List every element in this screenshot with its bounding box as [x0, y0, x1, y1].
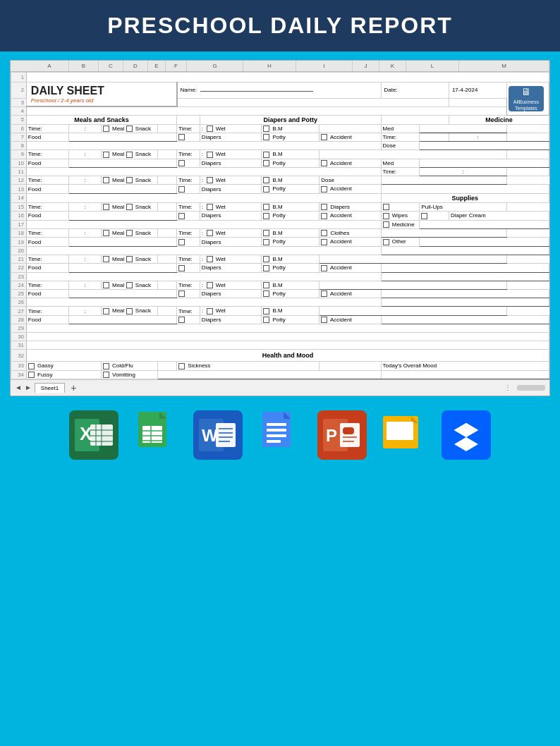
accident-cb[interactable]: [321, 134, 327, 140]
clothes-cb[interactable]: [321, 230, 327, 236]
svg-rect-26: [267, 423, 286, 426]
dropbox-icon[interactable]: [442, 410, 491, 460]
col-m: M: [459, 61, 549, 71]
table-row: 33 Gassy Cold/Flu Sickness Today's Overa…: [11, 362, 549, 370]
diapers-cb7[interactable]: [178, 291, 185, 297]
table-row: 26: [11, 298, 549, 307]
meal-cb4[interactable]: [103, 204, 109, 210]
wet-cb7[interactable]: [207, 282, 213, 288]
accident-cb6[interactable]: [321, 265, 327, 271]
wet-cb5[interactable]: [207, 230, 213, 236]
table-row: 20: [11, 246, 549, 255]
sheet-tab-1[interactable]: Sheet1: [35, 383, 65, 393]
meal-cb6[interactable]: [103, 256, 109, 262]
meal-cb8[interactable]: [103, 308, 109, 314]
wet-cb[interactable]: [207, 126, 213, 132]
table-row: 8 Dose: [11, 142, 549, 150]
wet-cb8[interactable]: [207, 308, 213, 314]
snack-cb2[interactable]: [126, 152, 133, 158]
bm-cb[interactable]: [263, 126, 269, 132]
diapers-cb3[interactable]: [178, 186, 185, 192]
wet-cb2[interactable]: [207, 152, 213, 158]
sickness-cb[interactable]: [178, 363, 185, 369]
vomitting-label: Vomitting: [112, 372, 135, 378]
potty-cb4[interactable]: [263, 213, 269, 219]
vomitting-cb[interactable]: [103, 372, 109, 378]
meal-cb7[interactable]: [103, 282, 109, 288]
wet-cb3[interactable]: [207, 177, 213, 183]
accident-cb5[interactable]: [321, 239, 327, 245]
fussy-cb[interactable]: [28, 372, 35, 378]
diapers-cb4[interactable]: [178, 213, 185, 219]
col-c: C: [99, 61, 123, 71]
snack-cb3[interactable]: [126, 177, 133, 183]
medicine-sup-cb[interactable]: [383, 221, 389, 228]
snack-cb7[interactable]: [126, 282, 133, 288]
potty-cb3[interactable]: [263, 186, 269, 192]
google-sheets-icon[interactable]: [131, 410, 181, 460]
cold-flu-cb[interactable]: [103, 363, 109, 369]
other-cb[interactable]: [383, 239, 389, 245]
bm-cb7[interactable]: [263, 282, 269, 288]
diapers-cb5[interactable]: [178, 239, 185, 245]
bm-cb4[interactable]: [263, 204, 269, 210]
sheet-tabs: ◄ ► Sheet1 + ⋮: [11, 379, 549, 396]
powerpoint-icon[interactable]: P: [317, 410, 367, 460]
accident-cb2[interactable]: [321, 160, 327, 166]
supplies-header: Supplies: [381, 193, 549, 202]
snack-checkbox[interactable]: [126, 126, 133, 132]
wet-cb6[interactable]: [207, 256, 213, 262]
accident-cb3[interactable]: [321, 186, 327, 192]
potty-cb7[interactable]: [263, 291, 269, 297]
snack-cb6[interactable]: [126, 256, 133, 262]
sheet-scroll: ⋮: [504, 384, 511, 391]
meal-checkbox[interactable]: [103, 126, 109, 132]
table-row: 34 Fussy Vomitting: [11, 370, 549, 379]
potty-cb5[interactable]: [263, 239, 269, 245]
bm-cb6[interactable]: [263, 256, 269, 262]
gassy-cb[interactable]: [28, 363, 35, 369]
health-mood-header: Health and Mood: [26, 350, 549, 362]
diapers-cb2[interactable]: [178, 160, 185, 166]
potty-cb2[interactable]: [263, 160, 269, 166]
snack-cb4[interactable]: [126, 204, 133, 210]
col-e: E: [148, 61, 166, 71]
bm-cb3[interactable]: [263, 177, 269, 183]
diapers-cb[interactable]: [178, 134, 185, 140]
excel-icon[interactable]: X: [69, 410, 118, 460]
accident-cb8[interactable]: [321, 317, 327, 323]
word-icon[interactable]: W: [193, 410, 243, 460]
wipes-cb[interactable]: [383, 213, 389, 219]
snack-cb8[interactable]: [126, 308, 133, 314]
diaper-cream-cb[interactable]: [421, 213, 427, 219]
potty-cb[interactable]: [263, 134, 269, 140]
diapers-cb8[interactable]: [178, 317, 185, 323]
potty-cb6[interactable]: [263, 265, 269, 271]
diapers-cb6[interactable]: [178, 265, 185, 271]
meal-cb2[interactable]: [103, 152, 109, 158]
bm-cb5[interactable]: [263, 230, 269, 236]
table-row: 25 Food Diapers Potty Accident: [11, 289, 549, 298]
nav-right[interactable]: ►: [25, 384, 32, 391]
accident-cb7[interactable]: [321, 291, 327, 297]
nav-left[interactable]: ◄: [15, 384, 22, 391]
table-row: 31: [11, 341, 549, 350]
wet-cb4[interactable]: [207, 204, 213, 210]
bm-cb8[interactable]: [263, 308, 269, 314]
google-slides-icon[interactable]: [379, 410, 429, 460]
pullups-cb[interactable]: [383, 204, 389, 210]
logo-icon: 🖥: [521, 85, 531, 98]
logo-line2: Templates: [515, 105, 537, 111]
snack-cb5[interactable]: [126, 230, 133, 236]
main-area: A B C D E F G H I J K L M: [0, 51, 560, 477]
google-docs-icon[interactable]: [255, 410, 305, 460]
add-sheet-btn[interactable]: +: [71, 382, 76, 393]
meal-cb3[interactable]: [103, 177, 109, 183]
svg-rect-19: [216, 423, 236, 447]
accident-cb4[interactable]: [321, 213, 327, 219]
potty-cb8[interactable]: [263, 317, 269, 323]
diapers-sup-cb[interactable]: [321, 204, 327, 210]
meal-cb5[interactable]: [103, 230, 109, 236]
bm-cb2[interactable]: [263, 152, 269, 158]
scroll-bar[interactable]: [517, 385, 545, 391]
